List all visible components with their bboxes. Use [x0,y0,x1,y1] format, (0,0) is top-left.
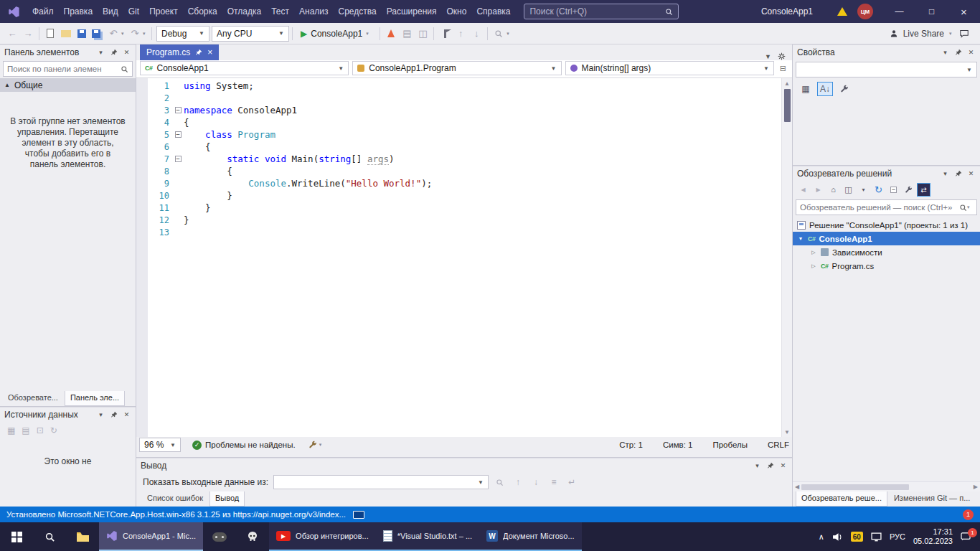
close-icon[interactable]: ✕ [122,47,131,57]
code-line[interactable]: 10 } [148,189,781,202]
pin-icon[interactable] [109,47,118,57]
properties-header[interactable]: Свойства ▾ ✕ [793,44,980,60]
alphabetical-sort-icon[interactable]: A↓ [817,82,833,96]
chevron-down-icon[interactable]: ▾ [941,169,950,179]
undo-icon[interactable]: ↶ [105,25,121,42]
categorized-icon[interactable]: ▦ [798,82,814,96]
tab-program-cs[interactable]: Program.cs × [140,44,219,60]
chevron-down-icon[interactable]: ▾ [753,461,762,471]
restore-button[interactable]: □ [915,0,948,23]
close-icon[interactable]: ✕ [778,461,788,471]
code-cleanup-icon[interactable]: ▾ [308,441,325,449]
taskbar-app-youtube[interactable]: ▶ Обзор интегриров... [269,522,376,551]
live-share-person-icon[interactable] [890,29,898,38]
pin-icon[interactable] [765,461,775,471]
taskbar-search-icon[interactable] [33,522,66,551]
hot-reload-icon[interactable] [383,25,399,42]
file-explorer-icon[interactable] [66,522,99,551]
undo-dropdown-icon[interactable]: ▾ [121,31,127,37]
battery-badge[interactable]: 60 [851,532,863,542]
minimize-button[interactable]: — [883,0,915,23]
toolbar-options-icon[interactable]: ▾ [507,31,512,37]
start-button[interactable] [0,522,33,551]
scroll-left-icon[interactable]: ◀ [795,484,799,490]
solution-explorer-search-input[interactable]: Обозреватель решений — поиск (Ctrl+» ▾ [796,199,977,215]
taskbar-app-word[interactable]: W Документ Microso... [479,522,582,551]
menu-item-2[interactable]: Вид [98,0,123,23]
collapsed-arrow-icon[interactable]: ▷ [810,250,817,255]
taskbar-app-notepad[interactable]: *Visual Studio.txt – ... [376,522,479,551]
scrollbar-thumb[interactable] [784,89,791,122]
menu-item-10[interactable]: Расширения [382,0,442,23]
live-share-label[interactable]: Live Share [903,29,944,39]
tab-toolbox[interactable]: Панель эле... [65,391,125,406]
property-pages-wrench-icon[interactable] [837,82,852,96]
tab-error-list[interactable]: Список ошибок [142,491,208,507]
code-line[interactable]: 5− class Program [148,128,781,141]
edit-dataset-icon[interactable]: ▤ [22,425,29,435]
toolbox-search-input[interactable]: Поиск по панели элемен [3,61,133,77]
fold-toggle-icon[interactable]: − [175,107,182,113]
tree-item-project[interactable]: ▼ C# ConsoleApp1 [793,232,980,245]
toolbox-header[interactable]: Панель элементов ▾ ✕ [0,44,136,60]
pin-icon[interactable] [953,169,963,179]
attach-to-process-icon[interactable]: ▤ [399,25,415,42]
switch-views-icon[interactable]: ◫ [842,183,855,197]
code-line[interactable]: 3−namespace ConsoleApp1 [148,104,781,116]
collapse-all-icon[interactable]: − [887,183,900,197]
statusbar-icon[interactable] [353,511,364,519]
close-icon[interactable]: ✕ [966,47,976,57]
menu-item-7[interactable]: Тест [266,0,294,23]
code-line[interactable]: 11 } [148,202,781,214]
output-source-combo[interactable]: ▼ [273,475,489,489]
menu-item-11[interactable]: Окно [441,0,471,23]
previous-message-icon[interactable]: ↑ [512,477,524,487]
close-button[interactable]: × [948,0,980,23]
code-line[interactable]: 1using System; [148,80,781,92]
account-avatar[interactable]: ЦМ [857,4,873,19]
eol-indicator[interactable]: CRLF [768,441,789,449]
project-dropdown[interactable]: C# ConsoleApp1 ▼ [140,61,349,75]
fold-toggle-icon[interactable]: − [175,131,182,138]
type-dropdown[interactable]: ConsoleApp1.Program ▼ [352,61,561,75]
fold-toggle-icon[interactable]: − [175,156,182,162]
chevron-down-icon[interactable]: ▾ [941,47,950,57]
tab-output[interactable]: Вывод [209,491,245,507]
settings-gear-icon[interactable] [778,52,786,60]
chevron-down-icon[interactable]: ▾ [857,183,870,197]
volume-icon[interactable] [832,532,843,542]
feedback-icon[interactable] [960,29,969,38]
no-problems-check-icon[interactable]: ✓ [192,441,202,450]
navigate-forward-icon[interactable]: → [20,25,36,42]
taskbar-app-game[interactable] [203,522,236,551]
scroll-down-icon[interactable]: ▼ [784,427,790,437]
notification-center-icon[interactable]: 1 [961,532,971,542]
menu-item-4[interactable]: Проект [144,0,183,23]
refresh-icon[interactable]: ↻ [872,183,885,197]
add-data-source-icon[interactable]: ▦ [7,425,15,435]
collapsed-arrow-icon[interactable]: ▷ [810,263,817,269]
pin-icon[interactable] [109,410,118,420]
close-icon[interactable]: ✕ [966,169,976,179]
home-icon[interactable]: ⌂ [826,183,840,197]
tray-chevron-icon[interactable]: ∧ [819,532,824,542]
toolbox-group-general[interactable]: ▲ Общие [0,78,136,92]
open-file-icon[interactable] [58,25,74,42]
bookmark-flag-icon[interactable] [437,25,453,42]
active-files-dropdown-icon[interactable]: ▼ [765,53,771,60]
next-bookmark-icon[interactable]: ↓ [468,25,484,42]
tree-item-program-cs[interactable]: ▷ C# Program.cs [793,259,980,273]
tree-item-dependencies[interactable]: ▷ Зависимости [793,245,980,259]
code-line[interactable]: 6 { [148,141,781,153]
data-sources-header[interactable]: Источники данных ▾ ✕ [0,407,136,422]
chevron-down-icon[interactable]: ▾ [967,204,973,210]
pin-icon[interactable] [195,49,202,56]
close-icon[interactable]: × [207,47,212,57]
save-icon[interactable] [74,25,90,42]
quick-launch-search[interactable]: Поиск (Ctrl+Q) [524,4,679,19]
code-line[interactable]: 12} [148,214,781,226]
code-line[interactable]: 2 [148,92,781,104]
member-dropdown[interactable]: Main(string[] args) ▼ [565,61,774,75]
vertical-scrollbar[interactable]: ▲ ▼ [781,78,792,437]
sync-with-active-document-toggle[interactable]: ⇄ [917,183,930,197]
